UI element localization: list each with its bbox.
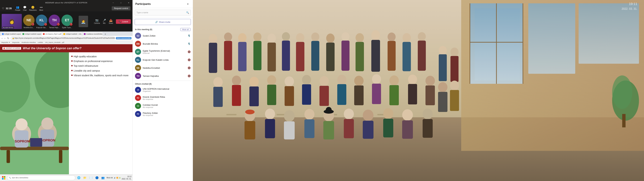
- avatar-ui: UI: [135, 87, 141, 93]
- taskbar-mail-icon[interactable]: ✉️: [88, 175, 94, 181]
- camera-button[interactable]: 📷 Camera: [94, 19, 100, 24]
- participant-row-cz[interactable]: CZ Czimber Kornél No response: [133, 102, 193, 110]
- bullet-dot-1: [71, 56, 72, 57]
- participant-row-ui[interactable]: UI UNI-SOPRON International Organizer: [133, 86, 193, 94]
- mic-icon: 🎤: [103, 19, 106, 22]
- group-photo-svg: 19:11 2022. 03. 31.: [193, 0, 644, 181]
- participant-name-krajczar: Krajczár-Sár...: [36, 27, 47, 28]
- forward-button[interactable]: ›: [4, 36, 6, 40]
- role-pz: No response: [143, 114, 190, 116]
- back-button[interactable]: ‹: [1, 36, 3, 40]
- search-placeholder: Type a name: [136, 12, 185, 14]
- participant-row-et[interactable]: ET Egide Tuyishimire (External) External…: [133, 48, 193, 56]
- bookmark-hivatkozas[interactable]: Hivatkozás másolása: [22, 42, 36, 43]
- participant-thumb-tamasi: TH 🎤 Tamasi Hajn...: [49, 14, 60, 28]
- participant-row-sz[interactable]: SZ Szabó Zoltán 🎙️: [133, 32, 193, 40]
- taskbar-chrome-icon[interactable]: 🔵: [94, 175, 100, 181]
- favicon-2: [43, 33, 44, 35]
- participant-row-kl[interactable]: KL Krajczár-Sári Katalin Linda 🔇: [133, 56, 193, 64]
- camera-icon: 📷: [95, 19, 98, 22]
- new-screen-button[interactable]: Nincs szemceruzléa: [116, 37, 132, 40]
- svg-text:2022. 03. 31.: 2022. 03. 31.: [622, 7, 637, 10]
- windows-logo: [2, 176, 5, 180]
- name-bb: Buzsáki Bóroka: [143, 42, 186, 45]
- win-quad-2: [4, 176, 5, 178]
- info-bb: Buzsáki Bóroka: [143, 42, 186, 45]
- bookmark-megnyitas[interactable]: Megnyitás ▼: [1, 42, 10, 43]
- search-placeholder: írjon ide a kereséshez: [12, 177, 28, 179]
- participant-row-th[interactable]: TH Tamasi Hajnalka 🔇: [133, 72, 193, 80]
- bullet-4: Liveable city and campus: [71, 69, 130, 72]
- leave-button[interactable]: 📞 Leave: [116, 19, 131, 24]
- teams-window: WEBINAR about the UNIVERSITY of SOPRON ─…: [0, 0, 132, 181]
- tab-label-3: Kolégái Szakkteli - UNI...: [66, 33, 82, 35]
- taskbar-network-icon: 🔊: [114, 177, 116, 179]
- taskbar-teams-icon[interactable]: 👥: [100, 175, 106, 181]
- participant-row-pz[interactable]: PZ Pásztory Zoltán No response: [133, 110, 193, 118]
- bullet-text-3: Top-notch infrastructure: [74, 64, 98, 67]
- name-cz: Czimber Kornél: [143, 104, 190, 106]
- mute-all-button[interactable]: Mute all: [180, 28, 190, 31]
- share-invite-button[interactable]: 🔗 Share invite: [135, 19, 191, 25]
- more-button[interactable]: ••• More: [40, 6, 43, 11]
- slide-header-title: What the University of Sopron can offer?: [23, 46, 82, 50]
- maximize-button[interactable]: □: [117, 0, 125, 5]
- taskbar-edge-icon[interactable]: 🌐: [76, 175, 82, 181]
- in-meeting-section-header: In this meeting (6) Mute all: [133, 27, 193, 32]
- bullet-text-4: Liveable city and campus: [74, 69, 100, 72]
- close-button[interactable]: ✕: [125, 0, 132, 5]
- name-pz: Pásztory Zoltán: [143, 112, 190, 114]
- favicon-0: [2, 33, 4, 35]
- people-button[interactable]: 👥 People: [15, 6, 20, 11]
- browser-tab-4[interactable]: Csatlakozz tesztelőnkbe ✕: [82, 32, 103, 36]
- minimize-button[interactable]: ─: [109, 0, 117, 5]
- search-box[interactable]: Type a name 🔍: [135, 10, 191, 16]
- mic-button[interactable]: 🎤 Mic: [103, 19, 106, 24]
- role-et: External: [143, 52, 186, 54]
- share-invite-label: Share invite: [159, 21, 170, 23]
- taskbar-clock: 10:12 2022. 03. 31.: [122, 176, 132, 180]
- avatar-th: TH: [135, 73, 141, 79]
- chat-label: Chat: [23, 9, 26, 11]
- taskbar-search[interactable]: 🔍 írjon ide a kereséshez: [7, 176, 75, 180]
- bookmark-megosztás[interactable]: Megosztás: [12, 42, 20, 43]
- browser-tab-3[interactable]: Kolégái Szakkteli - UNI... ✕: [62, 32, 82, 36]
- svg-rect-9: [15, 130, 28, 148]
- win-quad-4: [4, 178, 5, 180]
- browser-tab-2[interactable]: Uni-Sopron_Flyer+x.pdf ✕: [42, 32, 62, 36]
- svg-rect-15: [30, 138, 42, 147]
- bullet-dot-3: [71, 65, 72, 66]
- status-bar: 🛡 32:35 👥 People 💬 Chat 😊 Reactions ••• …: [0, 5, 132, 12]
- taskbar-explorer-icon[interactable]: 📁: [82, 175, 88, 181]
- chat-button[interactable]: 💬 Chat: [23, 6, 26, 11]
- shield-icon: 🛡: [2, 7, 4, 10]
- participant-row-bb[interactable]: BB Buzsáki Bóroka 🎙️: [133, 40, 193, 48]
- svg-rect-13: [40, 130, 54, 147]
- photo-room: 19:11 2022. 03. 31.: [193, 0, 644, 181]
- start-button[interactable]: [1, 175, 6, 180]
- mic-icon-bb: 🎙️: [188, 42, 190, 45]
- name-ui: UNI-SOPRON International: [143, 88, 190, 90]
- bookmark-uni-sopron[interactable]: UNI_Sopron_Introdukti....pdf: [45, 42, 64, 43]
- browser-tab-1[interactable]: Kolégái Szakkteli support - Wer... ✕: [21, 32, 41, 36]
- browser-area: Kolégái Szakkteli support - Heti... ✕ Ko…: [0, 32, 132, 181]
- share-button[interactable]: 📤 Share: [109, 19, 113, 24]
- new-tab-button[interactable]: +: [104, 32, 107, 36]
- taskbar-date: 2022. 03. 31.: [122, 178, 132, 180]
- role-ui: Organizer: [143, 90, 190, 92]
- panel-title: Participants: [135, 2, 186, 6]
- participant-row-kz[interactable]: KZ Kissné Zsámboki Réka No response: [133, 94, 193, 102]
- participant-row-ne[interactable]: NE Nedelka Erzsébet 🔇: [133, 64, 193, 72]
- reactions-button[interactable]: 😊 Reactions: [29, 6, 36, 11]
- request-control-button[interactable]: Request control: [112, 6, 130, 10]
- people-icon: 👥: [16, 6, 19, 9]
- info-sz: Szabó Zoltán: [143, 34, 186, 37]
- address-bar[interactable]: 🔒 https://nyme.sharepoint.com/sites/Magn…: [10, 36, 115, 40]
- browser-tab-0[interactable]: Kolégái Szakkteli support - Heti... ✕: [1, 32, 21, 36]
- avatar-kz: KZ: [135, 95, 141, 101]
- bookmark-letoltes[interactable]: Letöltés: [38, 42, 43, 43]
- reload-button[interactable]: ↻: [6, 36, 10, 40]
- title-bar: WEBINAR about the UNIVERSITY of SOPRON ─…: [0, 0, 132, 5]
- avatar-cz: CZ: [135, 103, 141, 109]
- panel-close-button[interactable]: ✕: [186, 2, 190, 6]
